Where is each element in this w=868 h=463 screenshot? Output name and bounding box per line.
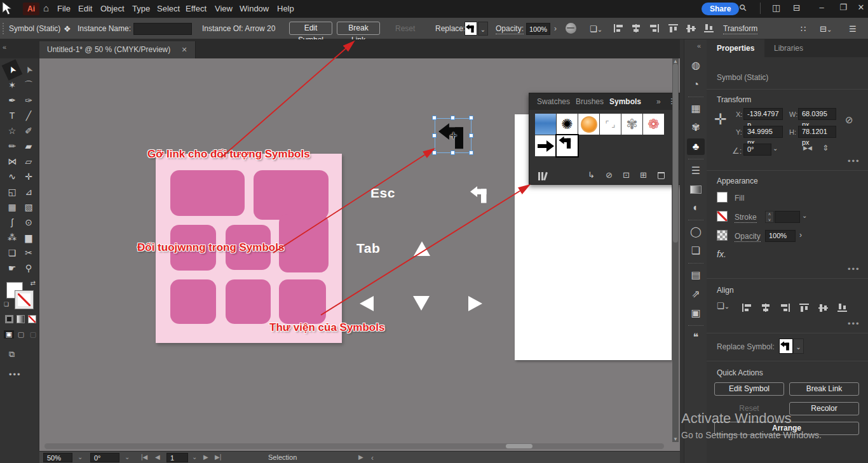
place-symbol-instance-icon[interactable]: ↳ xyxy=(588,170,595,180)
column-graph-tool[interactable]: ▆ xyxy=(20,230,37,245)
menu-effect[interactable]: Effect xyxy=(186,4,207,13)
artboard-number-field[interactable]: 1 xyxy=(166,453,188,462)
zoom-dropdown-chevron[interactable]: ⌄ xyxy=(78,453,83,460)
swap-fill-stroke-icon[interactable]: ⇄ xyxy=(31,279,36,286)
gradient-panel-icon[interactable] xyxy=(690,185,702,194)
type-tool[interactable]: T xyxy=(4,108,20,123)
replace-symbol-thumbnail[interactable] xyxy=(779,339,793,354)
break-link-button[interactable]: Break Link xyxy=(337,22,380,35)
layers-panel-icon[interactable]: ▤ xyxy=(687,267,705,283)
puppet-warp-tool[interactable]: ✛ xyxy=(20,169,37,184)
tab-properties[interactable]: Properties xyxy=(707,39,764,57)
symbol-orange-orb[interactable] xyxy=(578,114,599,135)
draw-behind-mode[interactable]: ▢ xyxy=(16,330,26,339)
more-options-icon[interactable]: ••• xyxy=(848,156,860,166)
transform-link[interactable]: Transform xyxy=(723,24,757,34)
replace-dropdown-chevron[interactable]: ⌄ xyxy=(478,22,488,36)
gradient-tool[interactable]: ▧ xyxy=(20,199,37,215)
artboard-tool[interactable]: ❏ xyxy=(4,245,20,260)
align-center-icon[interactable] xyxy=(761,304,771,312)
shape-builder-tool[interactable]: ◱ xyxy=(4,184,20,199)
fx-icon[interactable]: fx. xyxy=(717,249,726,259)
symbol-libraries-icon[interactable] xyxy=(538,172,546,180)
opacity-panel-field[interactable]: 100% xyxy=(765,230,796,242)
horizontal-scrollbar[interactable] xyxy=(44,443,664,449)
appearance-panel-icon[interactable]: ◯ xyxy=(687,224,705,240)
stroke-weight-chevron[interactable]: ⌄ xyxy=(802,212,807,219)
document-arrange-icon[interactable]: ⊟ xyxy=(793,3,801,13)
flip-horizontal-icon[interactable]: ▶◀ xyxy=(803,145,812,151)
selection-handle[interactable] xyxy=(469,133,473,138)
vertical-align-bottom-icon[interactable] xyxy=(704,24,714,32)
align-bottom-icon[interactable] xyxy=(837,304,847,312)
opacity-label[interactable]: Opacity: xyxy=(496,24,524,34)
workspace-layout-icon[interactable]: ◫ xyxy=(772,3,780,13)
tab-close-icon[interactable]: ✕ xyxy=(182,46,187,53)
opacity-stepper-chevron[interactable]: › xyxy=(554,24,557,33)
horizontal-align-center-icon[interactable] xyxy=(632,24,641,32)
scroll-down-icon[interactable]: ▼ xyxy=(672,436,679,442)
symbol-options-icon[interactable]: ⊡ xyxy=(623,170,630,180)
panel-options-icon[interactable]: ⊟⌄ xyxy=(820,24,832,34)
edit-symbol-button[interactable]: Edit Symbol xyxy=(289,22,332,35)
opacity-value-field[interactable]: 100% xyxy=(526,23,550,35)
restore-button[interactable]: ❐ xyxy=(834,3,853,12)
magic-wand-tool[interactable]: ✶ xyxy=(4,77,20,93)
angle-dropdown-chevron[interactable]: ⌄ xyxy=(773,145,778,152)
prev-artboard-icon[interactable]: ◀ xyxy=(155,453,160,460)
more-options-icon[interactable]: ••• xyxy=(848,264,860,274)
symbol-registration-marks[interactable]: ⌜ ⌟ xyxy=(600,114,621,135)
vertical-scrollbar[interactable]: ▲ ▼ xyxy=(672,58,679,442)
vertical-scrollbar-handle[interactable] xyxy=(673,64,678,243)
slice-tool[interactable]: ✂ xyxy=(20,245,37,260)
opacity-panel-chevron[interactable]: › xyxy=(799,231,802,239)
reference-point-locator-icon[interactable]: ✛ xyxy=(714,111,727,128)
artboards-panel-icon[interactable]: ▣ xyxy=(687,305,705,321)
curvature-tool[interactable]: ✑ xyxy=(20,93,37,108)
minimize-button[interactable]: – xyxy=(812,3,831,12)
align-to-icon[interactable]: ❏⌄ xyxy=(717,301,729,311)
symbol-blue-banner[interactable] xyxy=(535,114,556,135)
stroke-label[interactable]: Stroke xyxy=(735,213,757,223)
pen-tool[interactable]: ✒ xyxy=(4,93,20,108)
replace-symbol-chevron[interactable]: ⌄ xyxy=(793,339,804,354)
new-symbol-icon[interactable]: ⊞ xyxy=(640,170,647,180)
brushes-panel-icon[interactable]: ✾ xyxy=(687,119,705,136)
selection-handle[interactable] xyxy=(432,116,437,120)
x-field[interactable]: -139.4797 p xyxy=(743,108,783,120)
hand-tool[interactable]: ☛ xyxy=(4,260,20,276)
artboard-dropdown-chevron[interactable]: ⌄ xyxy=(192,453,197,460)
selection-handle[interactable] xyxy=(451,116,455,120)
panel-overflow-icon[interactable]: » xyxy=(656,97,661,106)
blend-tool[interactable]: ⊙ xyxy=(20,215,37,230)
eyedropper-tool[interactable]: ʃ xyxy=(4,215,20,230)
paintbrush-tool[interactable]: ✐ xyxy=(20,123,37,138)
zoom-tool[interactable]: ⚲ xyxy=(20,260,37,276)
opacity-swatch[interactable] xyxy=(717,230,728,241)
default-fill-stroke-icon[interactable]: ❏ xyxy=(4,301,9,307)
symbol-swirl-ring[interactable]: ✾ xyxy=(621,114,642,135)
h-field[interactable]: 78.1201 px xyxy=(798,126,836,138)
color-guide-icon[interactable]: ◔ xyxy=(687,76,705,93)
export-panel-icon[interactable]: ⇗ xyxy=(687,286,705,302)
line-segment-tool[interactable]: ╱ xyxy=(20,108,37,123)
stroke-panel-icon[interactable]: ☰ xyxy=(687,163,705,179)
draw-inside-mode[interactable]: ▢ xyxy=(28,330,38,339)
width-tool[interactable]: ∿ xyxy=(4,169,20,184)
document-tab[interactable]: Untitled-1* @ 50 % (CMYK/Preview) ✕ xyxy=(39,41,196,58)
vertical-align-middle-icon[interactable] xyxy=(686,24,696,32)
qa-recolor-button[interactable]: Recolor xyxy=(789,402,859,415)
symbol-arrow-right[interactable] xyxy=(535,135,556,156)
stroke-color-swatch[interactable] xyxy=(717,211,728,222)
first-artboard-icon[interactable]: |◀ xyxy=(141,453,147,460)
status-collapse-icon[interactable]: ‹ xyxy=(371,453,374,462)
perspective-grid-tool[interactable]: ⊿ xyxy=(20,184,37,199)
canvas[interactable]: Gỡ link cho đối tượng Symbols Đối tuojwn… xyxy=(39,58,680,451)
collapse-dock-icon[interactable]: « xyxy=(697,42,701,50)
w-field[interactable]: 68.0395 px xyxy=(798,108,836,120)
qa-arrange-button[interactable]: Arrange xyxy=(714,422,859,435)
delete-symbol-icon[interactable] xyxy=(658,172,665,179)
align-to-artboard-icon[interactable]: ❏⌄ xyxy=(590,24,602,34)
horizontal-align-right-icon[interactable] xyxy=(649,24,659,32)
mesh-tool[interactable]: ▦ xyxy=(4,199,20,215)
